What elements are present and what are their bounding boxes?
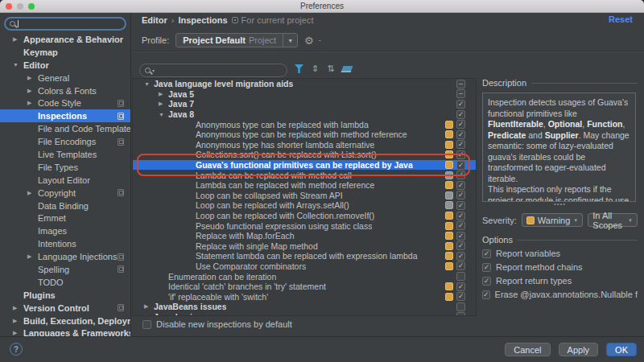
minimize-window-icon[interactable] bbox=[17, 3, 23, 10]
sidebar-item-file-encodings[interactable]: File Encodings bbox=[0, 135, 130, 148]
sidebar-item-copyright[interactable]: ▶Copyright bbox=[0, 187, 130, 200]
inspection-checkbox[interactable]: ✓ bbox=[456, 232, 465, 241]
inspection-row-loop-can-be-collapsed-with-stream-api[interactable]: Loop can be collapsed with Stream API✓ bbox=[133, 191, 476, 201]
sidebar-item-editor[interactable]: ▼Editor bbox=[0, 59, 130, 72]
inspection-checkbox[interactable]: ✓ bbox=[456, 130, 465, 139]
collapse-all-icon[interactable]: ⇅ bbox=[327, 64, 334, 73]
ok-button[interactable]: OK bbox=[606, 343, 637, 356]
severity-dropdown[interactable]: Warning ▼ bbox=[522, 213, 584, 227]
sidebar-item-code-style[interactable]: ▶Code Style bbox=[0, 97, 130, 109]
inspection-row-guava-s-functional-primitives-can-be-replaced-by-java[interactable]: Guava's functional primitives can be rep… bbox=[133, 160, 476, 171]
breadcrumb-editor[interactable]: Editor bbox=[142, 15, 167, 25]
inspection-row-java-8[interactable]: ▼Java 8✓ bbox=[133, 109, 476, 120]
sidebar-item-version-control[interactable]: ▶Version Control bbox=[0, 302, 130, 315]
sidebar-item-language-injections[interactable]: ▶Language Injections bbox=[0, 250, 130, 263]
inspection-row-use-comparator-combinators[interactable]: Use Comparator combinators✓ bbox=[133, 261, 476, 272]
inspection-checkbox[interactable]: ✓ bbox=[456, 140, 465, 149]
option-checkbox[interactable]: ✓ bbox=[482, 263, 491, 272]
inspection-checkbox[interactable]: ✓ bbox=[456, 282, 465, 291]
expand-all-icon[interactable]: ⇕ bbox=[312, 64, 319, 73]
inspection-checkbox[interactable]: ✓ bbox=[456, 261, 465, 270]
inspection-checkbox[interactable]: ✓ bbox=[456, 110, 465, 119]
inspection-row-replace-with-map-foreach[interactable]: Replace with Map.forEach✓ bbox=[133, 231, 476, 241]
cancel-button[interactable]: Cancel bbox=[505, 343, 550, 356]
inspection-checkbox[interactable]: – bbox=[456, 89, 465, 98]
reset-link[interactable]: Reset bbox=[609, 14, 633, 24]
inspection-checkbox[interactable]: ✓ bbox=[456, 201, 465, 210]
inspection-checkbox[interactable] bbox=[456, 272, 465, 281]
disable-new-inspections-checkbox[interactable] bbox=[142, 320, 151, 329]
profile-dropdown[interactable]: Project Default Project ▼ bbox=[175, 33, 298, 47]
sidebar-item-colors-fonts[interactable]: ▶Colors & Fonts bbox=[0, 84, 130, 97]
inspections-search-input[interactable]: ▾ bbox=[139, 64, 287, 77]
apply-button[interactable]: Apply bbox=[559, 343, 599, 356]
sidebar-item-images[interactable]: Images bbox=[0, 224, 130, 237]
settings-search-input[interactable] bbox=[4, 17, 126, 31]
inspection-row-java-5[interactable]: ▶Java 5– bbox=[133, 89, 476, 100]
inspection-row-enumeration-can-be-iteration[interactable]: Enumeration can be iteration bbox=[133, 271, 476, 282]
close-window-icon[interactable] bbox=[6, 3, 12, 10]
sidebar-item-keymap[interactable]: Keymap bbox=[0, 46, 130, 59]
inspection-checkbox[interactable]: ✓ bbox=[456, 150, 465, 159]
zoom-window-icon[interactable] bbox=[28, 3, 35, 10]
sidebar-item-build-execution-deployment[interactable]: ▶Build, Execution, Deployment bbox=[0, 315, 130, 327]
inspection-row-java-language-level-migration-aids[interactable]: ▼Java language level migration aids– bbox=[133, 79, 476, 89]
inspection-checkbox[interactable]: – bbox=[456, 80, 465, 88]
sidebar-item-languages-frameworks[interactable]: ▶Languages & Frameworks bbox=[0, 327, 130, 336]
reset-filter-icon[interactable] bbox=[341, 66, 353, 72]
inspection-row-javabeans-issues[interactable]: ▶JavaBeans issues bbox=[133, 302, 476, 312]
sidebar-item-intentions[interactable]: Intentions bbox=[0, 237, 130, 250]
inspection-row-if-replaceable-with-switch[interactable]: 'if' replaceable with 'switch'✓ bbox=[133, 291, 476, 302]
inspection-checkbox[interactable]: ✓ bbox=[456, 161, 465, 170]
inspection-checkbox[interactable] bbox=[456, 312, 465, 316]
inspection-row-anonymous-type-can-be-replaced-with-method-reference[interactable]: Anonymous type can be replaced with meth… bbox=[133, 130, 476, 140]
inspection-row-collections-sort-can-be-replaced-with-list-sort[interactable]: Collections.sort() can be replaced with … bbox=[133, 150, 476, 160]
option-checkbox[interactable]: ✓ bbox=[482, 249, 491, 258]
sidebar-item-inspections[interactable]: Inspections bbox=[0, 109, 130, 122]
sidebar-item-todo[interactable]: TODO bbox=[0, 276, 130, 289]
option-checkbox[interactable]: ✓ bbox=[482, 290, 490, 299]
help-button[interactable]: ? bbox=[10, 343, 23, 356]
inspection-checkbox[interactable]: ✓ bbox=[456, 241, 465, 250]
resize-handle[interactable]: •••• bbox=[482, 202, 638, 208]
inspection-checkbox[interactable] bbox=[456, 302, 465, 311]
inspection-row-javadoc-issues[interactable]: ▶Javadoc issues bbox=[133, 312, 476, 316]
inspection-row-anonymous-type-can-be-replaced-with-lambda[interactable]: Anonymous type can be replaced with lamb… bbox=[133, 119, 476, 130]
inspection-row-java-7[interactable]: ▶Java 7✓ bbox=[133, 99, 476, 109]
inspection-checkbox[interactable]: ✓ bbox=[456, 181, 465, 190]
breadcrumb-inspections[interactable]: Inspections bbox=[178, 15, 227, 25]
sidebar-item-data-binding[interactable]: Data Binding bbox=[0, 200, 130, 212]
search-options-chevron-icon[interactable]: ▾ bbox=[152, 68, 155, 73]
inspection-row-loop-can-be-replaced-with-arrays-setall[interactable]: Loop can be replaced with Arrays.setAll(… bbox=[133, 200, 476, 211]
inspection-checkbox[interactable]: ✓ bbox=[456, 292, 465, 301]
scope-dropdown[interactable]: In All Scopes ▼ bbox=[588, 213, 638, 227]
sidebar-item-general[interactable]: ▶General bbox=[0, 72, 130, 84]
inspection-checkbox[interactable]: ✓ bbox=[456, 100, 465, 109]
sidebar-item-plugins[interactable]: Plugins bbox=[0, 289, 130, 302]
gear-icon[interactable]: ⚙ bbox=[304, 35, 314, 47]
option-checkbox[interactable]: ✓ bbox=[482, 277, 491, 286]
inspection-row-statement-lambda-can-be-replaced-with-expression-lambda[interactable]: Statement lambda can be replaced with ex… bbox=[133, 251, 476, 261]
inspection-row-pseudo-functional-expression-using-static-class[interactable]: Pseudo functional expression using stati… bbox=[133, 220, 476, 231]
inspection-checkbox[interactable]: ✓ bbox=[456, 221, 465, 230]
inspection-row-lambda-can-be-replaced-with-method-reference[interactable]: Lambda can be replaced with method refer… bbox=[133, 180, 476, 191]
inspection-row-replace-with-single-map-method[interactable]: Replace with single Map method✓ bbox=[133, 241, 476, 252]
filter-icon[interactable] bbox=[295, 64, 303, 73]
inspection-checkbox[interactable]: ✓ bbox=[456, 191, 465, 200]
inspection-checkbox[interactable]: ✓ bbox=[456, 252, 465, 261]
row-controls: ✓ bbox=[445, 140, 465, 149]
inspection-row-lambda-can-be-replaced-with-method-call[interactable]: Lambda can be replaced with method call✓ bbox=[133, 170, 476, 180]
inspection-checkbox[interactable]: ✓ bbox=[456, 120, 465, 129]
inspection-checkbox[interactable]: ✓ bbox=[456, 171, 465, 179]
sidebar-item-appearance-behavior[interactable]: ▶Appearance & Behavior bbox=[0, 33, 130, 46]
inspection-row-anonymous-type-has-shorter-lambda-alternative[interactable]: Anonymous type has shorter lambda altern… bbox=[133, 140, 476, 150]
sidebar-item-layout-editor[interactable]: Layout Editor bbox=[0, 174, 130, 187]
sidebar-item-live-templates[interactable]: Live Templates bbox=[0, 148, 130, 161]
sidebar-item-file-and-code-templates[interactable]: File and Code Templates bbox=[0, 122, 130, 135]
sidebar-item-spelling[interactable]: Spelling bbox=[0, 263, 130, 276]
inspection-row-identical-catch-branches-in-try-statement[interactable]: Identical 'catch' branches in 'try' stat… bbox=[133, 282, 476, 292]
sidebar-item-emmet[interactable]: Emmet bbox=[0, 212, 130, 224]
inspection-row-loop-can-be-replaced-with-collection-removeif[interactable]: Loop can be replaced with Collection.rem… bbox=[133, 211, 476, 221]
inspection-checkbox[interactable]: ✓ bbox=[456, 212, 465, 220]
sidebar-item-file-types[interactable]: File Types bbox=[0, 161, 130, 174]
